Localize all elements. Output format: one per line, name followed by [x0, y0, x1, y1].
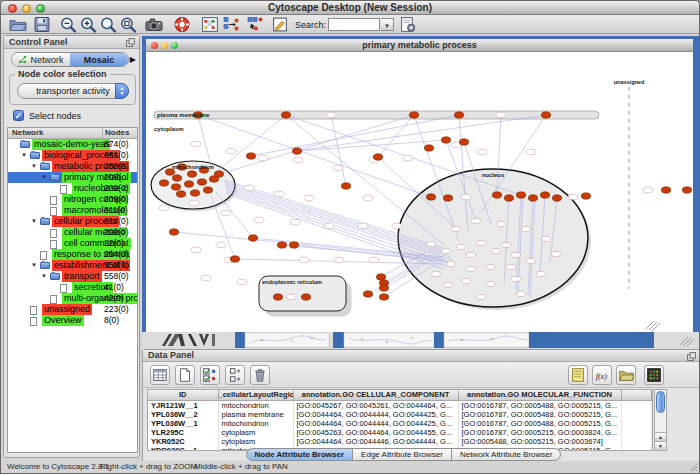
network-node-selected[interactable] [540, 192, 549, 198]
tree-item[interactable]: macromolecule311(0) [8, 205, 137, 216]
network-node[interactable] [226, 148, 236, 154]
tab-overflow-arrow[interactable]: ▶ [130, 55, 136, 64]
network-node[interactable] [326, 112, 336, 118]
save-session-button[interactable] [33, 16, 51, 33]
tree-item[interactable]: mosaic-demo-yeast874(0) [8, 139, 137, 150]
network-node[interactable] [457, 244, 466, 249]
disclosure-triangle-icon[interactable]: ▼ [41, 174, 47, 181]
tree-item[interactable]: secretion41(0) [8, 282, 137, 293]
combo-stepper-icon[interactable]: ▲▼ [115, 83, 129, 99]
network-node-selected[interactable] [443, 195, 452, 201]
tree-item[interactable]: cellular metabo209(0) [8, 227, 137, 238]
network-node-selected[interactable] [281, 112, 290, 118]
network-node[interactable] [403, 155, 413, 161]
window-resize-grip[interactable] [688, 462, 698, 472]
unselect-all-attributes-button[interactable] [225, 365, 245, 385]
column-header[interactable]: annotation.GO CELLULAR_COMPONENT [293, 390, 458, 400]
network-node-selected[interactable] [341, 183, 350, 189]
network-node[interactable] [477, 294, 486, 299]
table-row[interactable]: YLR295Ccytoplasm[GO:0045263, GO:0044464,… [148, 428, 652, 437]
delete-attribute-button[interactable] [250, 365, 270, 385]
network-node[interactable] [304, 195, 314, 201]
tree-item[interactable]: nucleobase-c209(0) [8, 183, 137, 194]
tree-item[interactable]: ▼metabolic process280(0) [8, 161, 137, 172]
tree-item[interactable]: Overview8(0) [8, 315, 137, 326]
network-node-selected[interactable] [581, 193, 590, 199]
tree-item[interactable]: cell communicat22(0) [8, 238, 137, 249]
network-node[interactable] [497, 221, 506, 226]
disclosure-triangle-icon[interactable]: ▼ [31, 163, 37, 170]
network-edge[interactable] [378, 115, 414, 157]
network-view-frame[interactable]: primary metabolic process [142, 36, 699, 332]
network-node-selected[interactable] [273, 294, 282, 300]
tree-item[interactable]: multi-organism pro42(0) [8, 293, 137, 304]
select-nodes-checkbox[interactable]: ✓ [13, 110, 24, 121]
column-header[interactable]: ID [148, 390, 218, 400]
network-edge[interactable] [216, 115, 286, 172]
tree-item[interactable]: ▼primary metabol209(... [8, 172, 137, 183]
network-node-selected[interactable] [292, 148, 301, 154]
network-node[interactable] [447, 261, 456, 266]
tree-item[interactable]: ▼establishment of lo558(0) [8, 260, 137, 271]
network-node[interactable] [512, 276, 521, 281]
table-row[interactable]: YKR052Ccytoplasm[GO:0044464, GO:0044446,… [148, 437, 652, 446]
search-dropdown-button[interactable]: ▾ [381, 18, 394, 31]
network-node-selected[interactable] [504, 195, 513, 201]
network-node[interactable] [274, 191, 284, 197]
network-node-selected[interactable] [379, 294, 388, 300]
select-all-attributes-button[interactable] [200, 365, 220, 385]
tree-item[interactable]: response to stimulu264(0) [8, 249, 137, 260]
network-node[interactable] [477, 149, 487, 155]
network-node[interactable] [191, 247, 201, 253]
attribute-matrix-button[interactable] [644, 365, 664, 385]
function-builder-button[interactable]: f(x) [592, 365, 612, 385]
import-attributes-button[interactable] [616, 365, 636, 385]
network-node-selected[interactable] [197, 179, 206, 185]
network-node[interactable] [191, 141, 201, 147]
network-node[interactable] [258, 155, 268, 161]
network-node-selected[interactable] [409, 112, 418, 118]
disclosure-triangle-icon[interactable]: ▼ [41, 273, 47, 280]
network-node-selected[interactable] [552, 195, 561, 201]
network-node-selected[interactable] [454, 112, 463, 118]
network-node[interactable] [461, 194, 471, 200]
network-node-selected[interactable] [528, 195, 537, 201]
network-node-selected[interactable] [203, 187, 212, 193]
network-node-selected[interactable] [363, 291, 372, 297]
network-node[interactable] [290, 219, 300, 225]
network-node-selected[interactable] [214, 171, 223, 177]
network-node-selected[interactable] [277, 242, 286, 248]
network-node[interactable] [487, 264, 496, 269]
help-lifering-icon[interactable] [173, 16, 191, 33]
network-node-selected[interactable] [373, 154, 382, 160]
disclosure-triangle-icon[interactable]: ▼ [31, 262, 37, 269]
network-edge[interactable] [211, 196, 235, 259]
table-row[interactable]: YPL036W__2plasma membrane[GO:0044464, GO… [148, 410, 652, 419]
network-node[interactable] [487, 281, 496, 286]
network-node[interactable] [477, 240, 486, 245]
network-node[interactable] [507, 264, 516, 269]
network-node-selected[interactable] [441, 137, 450, 143]
column-header[interactable]: annotation.GO MOLECULAR_FUNCTION [458, 390, 621, 400]
network-node[interactable] [472, 218, 481, 223]
network-view-titlebar[interactable]: primary metabolic process [146, 39, 693, 52]
tree-item[interactable]: ▼transport558(0) [8, 271, 137, 282]
screenshot-button[interactable] [145, 16, 163, 33]
network-node[interactable] [363, 195, 373, 201]
network-node-selected[interactable] [246, 153, 255, 159]
network-edge[interactable] [297, 140, 446, 151]
float-panel-icon[interactable] [687, 352, 696, 361]
network-edge[interactable] [331, 115, 346, 186]
network-node-selected[interactable] [187, 171, 196, 177]
network-node[interactable] [512, 252, 521, 257]
network-node[interactable] [216, 242, 226, 248]
network-node-selected[interactable] [661, 187, 670, 193]
network-node[interactable] [358, 223, 368, 229]
network-node[interactable] [299, 257, 309, 263]
attribute-notes-button[interactable] [568, 365, 588, 385]
tree-item[interactable]: nitrogen compo209(0) [8, 194, 137, 205]
network-node[interactable] [552, 251, 561, 256]
disclosure-triangle-icon[interactable]: ▼ [31, 218, 37, 225]
network-node[interactable] [452, 226, 461, 231]
network-node[interactable] [527, 258, 536, 263]
